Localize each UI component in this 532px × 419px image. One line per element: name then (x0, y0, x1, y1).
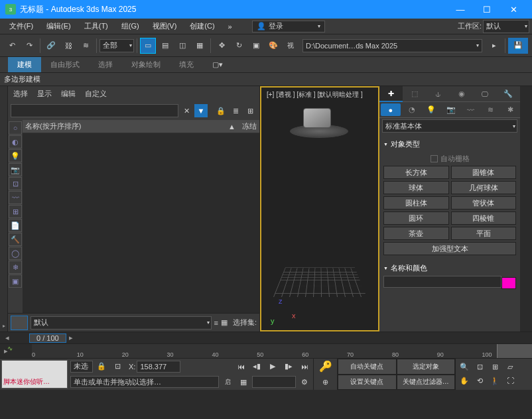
filter-geometry-icon[interactable]: ○ (9, 121, 22, 135)
bind-button[interactable]: ≋ (78, 38, 94, 54)
scene-tab-edit[interactable]: 编辑 (61, 89, 76, 99)
layer-tool-1[interactable]: ≡ (214, 319, 218, 327)
isolate-button[interactable]: ⊡ (110, 359, 125, 374)
menu-tools[interactable]: 工具(T) (78, 19, 115, 34)
window-crossing-button[interactable]: ▦ (192, 38, 208, 54)
coord-x-field[interactable]: 158.377 (137, 361, 180, 373)
play-start-button[interactable]: ⏮ (233, 359, 248, 374)
move-button[interactable]: ✥ (214, 38, 230, 54)
orbit-button[interactable]: ⟲ (472, 374, 487, 387)
section-name-color[interactable]: 名称和颜色 (383, 261, 516, 276)
menu-more[interactable]: » (222, 19, 239, 34)
scene-list-header[interactable]: 名称(按升序排序) ▲ 冻结 (23, 120, 259, 133)
cmd-sub-systems[interactable]: ✱ (500, 102, 520, 117)
scale-button[interactable]: ▣ (248, 38, 264, 54)
current-frame-field[interactable] (252, 376, 296, 388)
prompt-lock-button[interactable]: 启 (220, 375, 235, 389)
menu-create[interactable]: 创建(C) (183, 19, 221, 34)
btn-sphere[interactable]: 球体 (383, 181, 449, 194)
close-button[interactable]: ✕ (500, 0, 527, 19)
zoom-extents-button[interactable]: ⊡ (472, 360, 487, 373)
trackbar[interactable]: ▸ ∿ 0 10 20 30 40 50 60 70 80 90 100 (0, 343, 532, 358)
cmd-sub-geometry[interactable]: ● (381, 103, 401, 116)
save-button[interactable]: 💾 (508, 38, 528, 54)
btn-cone[interactable]: 圆锥体 (451, 166, 517, 179)
object-color-swatch[interactable] (501, 277, 516, 289)
walk-button[interactable]: 🚶 (488, 374, 502, 387)
key-mode-button[interactable]: ⊕ (314, 375, 337, 390)
filter-spacewarp-icon[interactable]: 〰 (9, 191, 22, 204)
pan2-button[interactable]: ✋ (457, 374, 472, 387)
btn-textplus[interactable]: 加强型文本 (383, 242, 516, 255)
link-button[interactable]: 🔗 (43, 38, 59, 54)
lock-selection-button[interactable]: 🔒 (94, 359, 109, 374)
filter-group-icon[interactable]: ⊞ (9, 205, 22, 218)
cmd-tab-modify[interactable]: ⬚ (403, 86, 426, 102)
list-mode-button[interactable]: ≣ (229, 104, 242, 117)
btn-box[interactable]: 长方体 (383, 166, 449, 179)
fov-button[interactable]: ▱ (503, 360, 517, 373)
scene-tab-custom[interactable]: 自定义 (85, 89, 107, 99)
undo-button[interactable]: ↶ (4, 38, 20, 54)
cmd-tab-utilities[interactable]: 🔧 (497, 86, 520, 102)
btn-tube[interactable]: 管状体 (451, 196, 517, 210)
login-dropdown[interactable]: 👤 登录 ▾ (252, 21, 325, 32)
col-frozen[interactable]: 冻结 (242, 121, 257, 131)
select-by-name-button[interactable]: ▤ (157, 38, 173, 54)
time-settings-button[interactable]: ⚙ (297, 375, 312, 389)
autokey-button[interactable]: 自动关键点 (338, 359, 397, 375)
cmd-tab-create[interactable]: ✚ (379, 86, 403, 102)
filter-xref-icon[interactable]: 📄 (9, 219, 22, 232)
workspace-dropdown[interactable]: 默认 (483, 20, 529, 33)
filter-frozen-icon[interactable]: ❄ (9, 261, 22, 274)
btn-plane[interactable]: 平面 (451, 227, 517, 240)
script-listener[interactable]: 脚本迷你侦听… (1, 360, 68, 389)
btn-pyramid[interactable]: 四棱锥 (451, 211, 517, 225)
unlink-button[interactable]: ⛓ (60, 38, 76, 54)
cmd-tab-motion[interactable]: ◉ (450, 86, 473, 102)
time-ruler[interactable]: 0 10 20 30 40 50 60 70 80 90 100 (32, 344, 532, 358)
time-config-button[interactable]: ▦ (236, 375, 251, 389)
autogrid-checkbox[interactable]: 自动栅格 (383, 152, 516, 166)
cmd-tab-hierarchy[interactable]: ⫝ (427, 86, 450, 102)
lock-icon[interactable]: 🔒 (214, 104, 228, 117)
tree-mode-button[interactable]: ⊞ (243, 104, 257, 117)
viewport-label[interactable]: [+] [透视 ] [标准 ] [默认明暗处理 ] (267, 90, 363, 99)
category-dropdown[interactable]: 标准基本体 (382, 119, 517, 133)
selection-filter-dropdown[interactable]: 全部 (100, 39, 134, 52)
ribbon-min-button[interactable]: ▢▾ (210, 57, 226, 73)
project-path[interactable]: D:\Document…ds Max 2025 ▾ (302, 39, 482, 52)
filter-button[interactable]: ▼ (194, 104, 208, 117)
ribbon-tab-freeform[interactable]: 自由形式 (41, 57, 89, 72)
section-object-type[interactable]: 对象类型 (383, 137, 516, 152)
object-name-input[interactable] (383, 276, 501, 288)
time-prev-button[interactable]: ◂ (3, 333, 12, 342)
filter-shape-icon[interactable]: ◐ (9, 135, 22, 149)
keyfilter-button[interactable]: 关键点过滤器… (397, 375, 456, 390)
layer-tool-2[interactable]: ▦ (221, 318, 228, 327)
viewport-perspective[interactable]: [+] [透视 ] [标准 ] [默认明暗处理 ] z x y (260, 86, 379, 331)
filter-helper-icon[interactable]: ⊡ (9, 177, 22, 190)
filter-bone-icon[interactable]: 🔨 (9, 233, 22, 246)
setkey-button[interactable]: 设置关键点 (338, 375, 397, 390)
cmd-tab-display[interactable]: 🖵 (473, 86, 496, 102)
ribbon-tab-object-paint[interactable]: 对象绘制 (122, 57, 170, 72)
rotate-button[interactable]: ↻ (231, 38, 247, 54)
play-button[interactable]: ▶ (265, 359, 280, 374)
filter-hidden-icon[interactable]: ▣ (9, 274, 22, 288)
ribbon-panel-label[interactable]: 多边形建模 (0, 73, 532, 86)
scene-list-body[interactable] (23, 133, 259, 313)
pan-button[interactable]: 🔍 (457, 360, 472, 373)
project-arrow-button[interactable]: ▸ (486, 38, 502, 54)
scene-tab-select[interactable]: 选择 (13, 89, 28, 99)
maximize-viewport-button[interactable]: ⛶ (503, 374, 517, 387)
selected-object-button[interactable]: 选定对象 (397, 359, 456, 375)
layer-dropdown[interactable]: 默认 (31, 316, 212, 329)
play-prev-button[interactable]: ◂▮ (249, 359, 264, 374)
filter-container-icon[interactable]: ◯ (9, 247, 22, 260)
set-key-big-button[interactable]: 🔑 (314, 359, 337, 375)
menu-file[interactable]: 文件(F) (3, 19, 40, 34)
scene-tab-display[interactable]: 显示 (37, 89, 52, 99)
select-rect-button[interactable]: ◫ (174, 38, 190, 54)
refsys-button[interactable]: 视 (283, 38, 299, 54)
